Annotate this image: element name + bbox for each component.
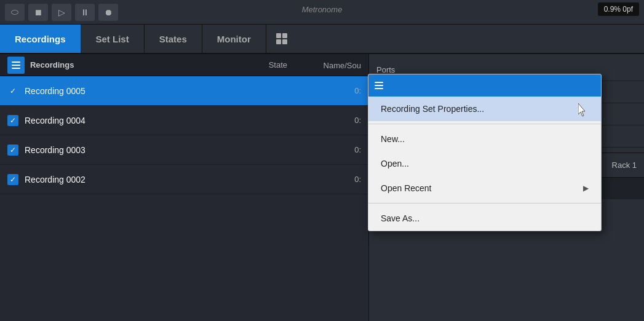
recording-name-0005: Recording 0005 [25, 86, 348, 96]
checkbox-0003[interactable]: ✓ [7, 145, 18, 156]
checkbox-0004[interactable]: ✓ [7, 115, 18, 126]
recordings-panel-title: Recordings [30, 60, 74, 69]
toolbar-btn-2[interactable]: ⏹ [28, 4, 48, 21]
recording-name-0003: Recording 0003 [25, 145, 348, 155]
recording-time-0005: 0: [354, 86, 361, 95]
toolbar-btn-5[interactable]: ⏺ [98, 4, 118, 21]
tab-bar: Recordings Set List States Monitor [0, 25, 644, 54]
recording-row-0004[interactable]: ✓ Recording 0004 0: [0, 106, 368, 135]
context-menu-item-open-recent[interactable]: Open Recent ▶ [368, 176, 601, 200]
recording-row-0003[interactable]: ✓ Recording 0003 0: [0, 135, 368, 165]
tab-monitor[interactable]: Monitor [202, 25, 266, 53]
open-recent-arrow-icon: ▶ [583, 184, 589, 192]
metronome-label: Metronome [302, 5, 343, 14]
recording-time-0002: 0: [354, 175, 361, 184]
context-menu-separator-1 [368, 124, 601, 124]
recording-time-0004: 0: [354, 116, 361, 125]
hamburger-icon [12, 61, 20, 69]
recordings-header: Recordings State Name/Sou [0, 54, 368, 76]
toolbar-btn-1[interactable]: ⬭ [5, 4, 25, 21]
top-toolbar: ⬭ ⏹ ▷ ⏸ ⏺ Metronome 0.9% 0pf [0, 0, 644, 25]
toolbar-btn-4[interactable]: ⏸ [75, 4, 95, 21]
context-menu-item-save-as[interactable]: Save As... [368, 206, 601, 231]
context-menu-item-new[interactable]: New... [368, 127, 601, 151]
recordings-menu-button[interactable] [7, 57, 25, 74]
context-menu: Recording Set Properties... New... Open.… [368, 74, 602, 231]
recording-time-0003: 0: [354, 145, 361, 154]
tab-set-list[interactable]: Set List [81, 25, 145, 53]
recording-row-0005[interactable]: ✓ Recording 0005 0: [0, 76, 368, 106]
tab-recordings[interactable]: Recordings [0, 25, 81, 53]
recording-name-0002: Recording 0002 [25, 175, 348, 184]
context-menu-hamburger-icon [375, 82, 383, 89]
checkbox-0002[interactable]: ✓ [7, 174, 18, 185]
context-menu-item-open[interactable]: Open... [368, 151, 601, 176]
tab-grid[interactable] [266, 25, 297, 53]
checkbox-0005[interactable]: ✓ [7, 85, 18, 97]
rack-label: Rack 1 [612, 160, 637, 170]
context-menu-item-properties[interactable]: Recording Set Properties... [368, 97, 601, 121]
tab-states[interactable]: States [145, 25, 202, 53]
context-menu-header [368, 74, 601, 97]
grid-icon [276, 33, 287, 44]
context-menu-separator-2 [368, 203, 601, 204]
cpu-badge: 0.9% 0pf [598, 2, 639, 16]
recording-name-0004: Recording 0004 [25, 116, 348, 125]
recording-row-0002[interactable]: ✓ Recording 0002 0: [0, 165, 368, 194]
state-column-header: State [269, 60, 287, 69]
toolbar-btn-3[interactable]: ▷ [52, 4, 71, 21]
recordings-panel: Recordings State Name/Sou ✓ Recording 00… [0, 54, 369, 321]
name-column-header: Name/Sou [324, 61, 361, 70]
